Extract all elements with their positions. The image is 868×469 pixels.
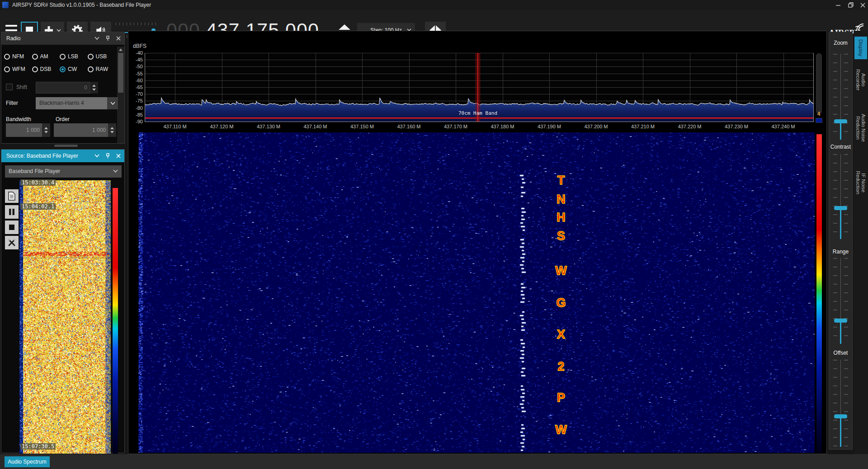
slider-ticks — [833, 258, 837, 344]
radio-button-icon[interactable] — [32, 66, 38, 72]
close-icon[interactable] — [116, 154, 121, 158]
restore-button[interactable] — [844, 0, 857, 10]
stop-playback-button[interactable] — [5, 220, 19, 234]
morse-mark — [522, 311, 524, 313]
db-tick-label: -55 — [129, 71, 143, 76]
radio-mode-dsb[interactable]: DSB — [32, 63, 60, 75]
morse-mark — [522, 253, 525, 255]
frequency-tick-label: 437.180 M — [487, 124, 519, 129]
filter-label: Filter — [6, 100, 18, 106]
radio-mode-cw[interactable]: CW — [60, 63, 88, 75]
morse-mark — [521, 389, 524, 390]
dbfs-axis-label: dBFS — [133, 43, 146, 49]
close-icon[interactable] — [116, 36, 121, 41]
menu-icon — [5, 25, 17, 27]
morse-mark — [522, 322, 526, 324]
db-tick-label: -80 — [129, 105, 143, 111]
tab-audio-noise-reduction[interactable]: Audio Noise Reduction — [854, 103, 867, 153]
radio-panel-header[interactable]: Radio — [1, 32, 124, 45]
radio-panel-scrollbar[interactable] — [117, 47, 124, 143]
morse-mark — [521, 424, 524, 426]
slider-thumb-zoom[interactable] — [834, 119, 847, 123]
order-spinner[interactable] — [108, 123, 116, 137]
tab-if-noise-reduction[interactable]: IF Noise Reduction — [854, 162, 867, 203]
pause-button[interactable] — [5, 205, 19, 219]
order-input[interactable]: 1 000 — [54, 123, 108, 137]
tab-audio-recorder[interactable]: Audio Recorder — [854, 62, 867, 98]
tab-display[interactable]: Display — [854, 37, 867, 59]
collapse-chevron-icon[interactable] — [94, 37, 99, 40]
slider-thumb-contrast[interactable] — [834, 206, 847, 210]
waterfall-letter: 2 — [552, 360, 570, 374]
bandwidth-spinner[interactable] — [42, 123, 50, 137]
file-waterfall[interactable] — [19, 180, 111, 454]
morse-mark — [520, 246, 524, 248]
scrollbar-thumb[interactable] — [118, 53, 123, 93]
slider-label-offset: Offset — [829, 350, 852, 356]
slider-ticks — [833, 154, 837, 239]
radio-mode-wfm[interactable]: WFM — [4, 63, 32, 75]
radio-button-icon[interactable] — [88, 66, 94, 72]
db-tick-label: -75 — [129, 98, 143, 103]
db-tick-label: -85 — [129, 112, 143, 117]
window-title: AIRSPY SDR# Studio v1.0.0.1905 - Baseban… — [12, 2, 151, 8]
frequency-tick-label: 437.160 M — [393, 124, 425, 129]
slider-label-contrast: Contrast — [829, 144, 852, 150]
morse-mark — [522, 411, 526, 412]
morse-mark — [520, 222, 523, 224]
morse-mark — [521, 192, 525, 193]
minimize-button[interactable] — [832, 0, 844, 10]
radio-button-icon[interactable] — [32, 54, 38, 60]
morse-mark — [520, 264, 524, 266]
radio-button-icon[interactable] — [60, 54, 66, 60]
morse-mark — [520, 257, 524, 258]
radio-button-icon[interactable] — [88, 54, 94, 60]
spectrum-zoom-scrollbar[interactable] — [816, 53, 822, 114]
source-panel-header[interactable]: Source: Baseband File Player — [1, 150, 124, 162]
radio-mode-grid: NFMAMLSBUSBWFMDSBCWRAW — [4, 50, 115, 75]
slider-thumb-range[interactable] — [834, 319, 847, 323]
radio-mode-label: DSB — [40, 66, 52, 72]
radio-mode-nfm[interactable]: NFM — [4, 50, 32, 63]
frequency-tick-label: 437.190 M — [533, 124, 565, 129]
slider-thumb-offset[interactable] — [834, 414, 847, 418]
filter-select-chevron[interactable] — [107, 97, 118, 109]
audio-spectrum-button[interactable]: Audio Spectrum — [5, 456, 50, 467]
morse-mark — [522, 243, 524, 244]
morse-mark — [521, 375, 525, 376]
zoom-level-indicator: 4 — [814, 111, 823, 117]
frequency-tick-label: 437.230 M — [721, 124, 752, 129]
morse-mark — [521, 329, 525, 331]
morse-mark — [521, 215, 524, 216]
db-tick-label: -65 — [129, 84, 143, 90]
morse-mark — [520, 315, 524, 316]
radio-button-icon[interactable] — [4, 54, 10, 60]
shift-spinner[interactable] — [90, 82, 98, 94]
pin-icon[interactable] — [105, 153, 110, 159]
radio-button-icon[interactable] — [60, 66, 66, 72]
scroll-up-icon[interactable] — [119, 48, 123, 51]
radio-button-icon[interactable] — [4, 66, 10, 72]
collapse-chevron-icon[interactable] — [94, 154, 99, 158]
bandwidth-label: Bandwidth — [6, 116, 31, 122]
morse-mark — [522, 211, 526, 213]
radio-mode-lsb[interactable]: LSB — [60, 50, 88, 63]
pin-icon[interactable] — [105, 36, 110, 41]
panel-resize-handle[interactable] — [54, 145, 78, 147]
close-button[interactable] — [857, 0, 868, 10]
zoom-preview-box[interactable] — [816, 118, 822, 123]
radio-mode-raw[interactable]: RAW — [88, 63, 116, 75]
open-file-button[interactable] — [5, 189, 19, 203]
filter-select[interactable]: Blackman-Harris 4 — [36, 97, 118, 109]
source-device-select[interactable]: Baseband File Player — [5, 165, 122, 178]
bandwidth-input[interactable]: 1 000 — [6, 123, 42, 137]
main-waterfall[interactable] — [138, 132, 815, 453]
waterfall-letter: S — [552, 229, 570, 243]
shift-input[interactable]: 0 — [36, 82, 90, 94]
tools-button[interactable] — [5, 236, 19, 249]
radio-mode-am[interactable]: AM — [32, 50, 60, 63]
radio-panel: Radio NFMAMLSBUSBWFMDSBCWRAW Shift 0 Fil… — [1, 32, 125, 144]
frequency-up-icon[interactable] — [339, 24, 350, 30]
shift-checkbox[interactable] — [6, 84, 13, 90]
radio-mode-usb[interactable]: USB — [88, 50, 116, 63]
